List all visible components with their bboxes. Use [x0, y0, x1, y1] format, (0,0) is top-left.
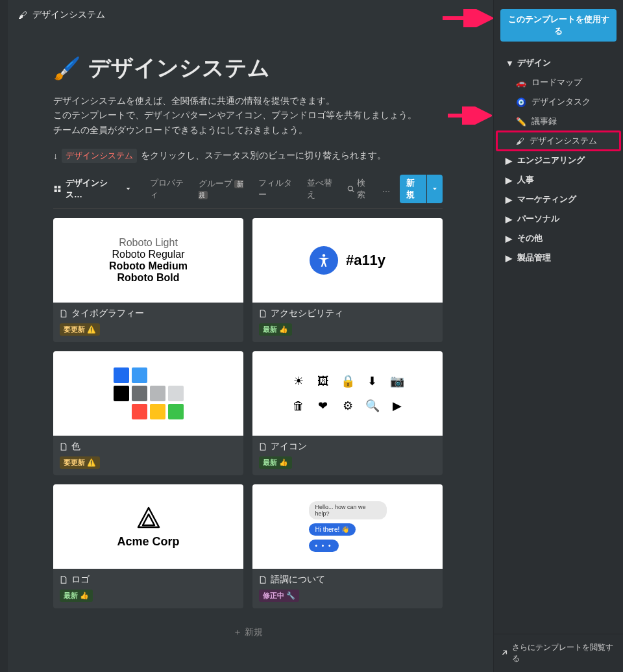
- tree-group[interactable]: ▶製品管理: [496, 248, 620, 268]
- tree-item[interactable]: ✏️議事録: [496, 112, 620, 131]
- status-tag: 修正中 🔧: [259, 590, 299, 602]
- main-panel: 🖌 デザインシステム 🖌️ デザインシステム デザインシステムを使えば、全関係者…: [8, 0, 488, 672]
- caret-right-icon: ▶: [506, 175, 512, 185]
- card-title: タイポグラフィー: [60, 308, 237, 319]
- sort-button[interactable]: 並べ替え: [307, 177, 339, 201]
- status-tag: 最新 👍: [259, 323, 292, 336]
- filter-button[interactable]: フィルター: [258, 177, 298, 201]
- tree-group[interactable]: ▶その他: [496, 229, 620, 248]
- page-title-icon: 🖌️: [53, 55, 80, 81]
- caret-right-icon: ▶: [506, 253, 512, 263]
- use-template-button[interactable]: このテンプレートを使用する: [500, 9, 617, 42]
- page-icon: [60, 310, 67, 317]
- card-preview: ☀🖼🔒⬇📷🗑❤⚙🔍▶: [252, 351, 443, 436]
- card-title: ロゴ: [60, 574, 237, 586]
- gallery-card[interactable]: Hello... how can we help?Hi there! 👋• • …: [252, 484, 443, 608]
- caret-down-icon: ▼: [506, 58, 512, 68]
- gallery-card[interactable]: ☀🖼🔒⬇📷🗑❤⚙🔍▶アイコン最新 👍: [252, 351, 443, 475]
- card-preview: Acme Corp: [53, 484, 243, 569]
- hint-suffix: をクリックし、ステータス別のビューに切り替えられます。: [141, 150, 386, 162]
- card-preview: [53, 351, 243, 436]
- board-view-icon: [53, 184, 62, 193]
- desc-line-2: このテンプレートで、デザインパターンやアイコン、ブランドロゴ等を共有しましょう。: [53, 108, 443, 122]
- tree-group[interactable]: ▶マーケティング: [496, 190, 620, 209]
- page-icon: [60, 576, 67, 584]
- status-tag: 要更新 ⚠️: [60, 323, 100, 336]
- gallery-card[interactable]: #a11yアクセシビリティ最新 👍: [252, 218, 443, 342]
- page-icon: [259, 443, 267, 451]
- page-icon: [60, 443, 67, 451]
- page-body: 🖌️ デザインシステム デザインシステムを使えば、全関係者に共通の情報を提供でき…: [8, 27, 488, 660]
- caret-right-icon: ▶: [506, 156, 512, 166]
- svg-point-0: [348, 186, 353, 191]
- hint-line: ↓ デザインシステム をクリックし、ステータス別のビューに切り替えられます。: [53, 149, 443, 163]
- template-tree: ▼デザイン🚗ロードマップ🧿デザインタスク✏️議事録🖌デザインシステム▶エンジニア…: [494, 53, 623, 634]
- tree-group[interactable]: ▶エンジニアリング: [496, 151, 620, 170]
- left-edge-strip: [0, 0, 8, 672]
- breadcrumb-title: デザインシステム: [32, 9, 105, 21]
- sidebar: このテンプレートを使用する ▼デザイン🚗ロードマップ🧿デザインタスク✏️議事録🖌…: [493, 0, 623, 672]
- group-button[interactable]: グループ 新規: [199, 178, 249, 200]
- card-preview: Roboto LightRoboto RegularRoboto MediumR…: [53, 218, 243, 303]
- page-title-text: デザインシステム: [88, 53, 270, 83]
- status-tag: 要更新 ⚠️: [60, 456, 100, 469]
- page-title: 🖌️ デザインシステム: [53, 53, 443, 83]
- property-button[interactable]: プロパティ: [150, 177, 189, 201]
- card-title: アクセシビリティ: [259, 308, 436, 319]
- gallery-grid: Roboto LightRoboto RegularRoboto MediumR…: [53, 218, 443, 647]
- caret-right-icon: ▶: [506, 195, 512, 205]
- svg-line-1: [352, 190, 354, 192]
- external-link-icon: [500, 649, 508, 657]
- desc-line-3: チームの全員がダウンロードできるようにしておきましょう。: [53, 123, 443, 137]
- page-icon: [259, 576, 267, 584]
- gallery-card[interactable]: Roboto LightRoboto RegularRoboto MediumR…: [53, 218, 243, 342]
- hint-link[interactable]: デザインシステム: [62, 149, 137, 163]
- page-icon: [259, 310, 267, 317]
- tree-item-icon: 🧿: [516, 97, 526, 107]
- more-button[interactable]: …: [382, 184, 391, 194]
- caret-right-icon: ▶: [506, 214, 512, 224]
- new-card-button[interactable]: ＋ 新規: [53, 617, 443, 647]
- chevron-down-icon: [125, 185, 132, 193]
- breadcrumb[interactable]: 🖌 デザインシステム: [8, 0, 488, 27]
- hint-arrow-icon: ↓: [53, 151, 58, 161]
- view-label: デザインシス…: [66, 177, 121, 201]
- card-title: 語調について: [259, 574, 436, 586]
- tree-item[interactable]: 🖌デザインシステム: [496, 131, 620, 151]
- page-description: デザインシステムを使えば、全関係者に共通の情報を提供できます。 このテンプレート…: [53, 93, 443, 137]
- status-tag: 最新 👍: [259, 456, 292, 469]
- tree-group[interactable]: ▶人事: [496, 170, 620, 190]
- tree-item-icon: ✏️: [516, 117, 526, 127]
- database-toolbar: デザインシス… プロパティ グループ 新規 フィルター 並べ替え 検索 … 新規: [53, 175, 443, 209]
- view-switcher[interactable]: デザインシス…: [53, 177, 132, 201]
- new-button-chevron[interactable]: [427, 175, 443, 203]
- new-button[interactable]: 新規: [400, 175, 426, 203]
- status-tag: 最新 👍: [60, 590, 93, 602]
- desc-line-1: デザインシステムを使えば、全関係者に共通の情報を提供できます。: [53, 93, 443, 108]
- tree-group[interactable]: ▶パーソナル: [496, 209, 620, 229]
- card-preview: Hello... how can we help?Hi there! 👋• • …: [252, 484, 443, 569]
- svg-point-2: [323, 254, 325, 256]
- tree-item[interactable]: 🧿デザインタスク: [496, 92, 620, 112]
- tree-item-icon: 🚗: [516, 78, 526, 88]
- gallery-card[interactable]: 色要更新 ⚠️: [53, 351, 243, 475]
- gallery-card[interactable]: Acme Corpロゴ最新 👍: [53, 484, 243, 608]
- tree-item-icon: 🖌: [516, 136, 524, 146]
- caret-right-icon: ▶: [506, 234, 512, 243]
- card-title: アイコン: [259, 441, 436, 453]
- tree-group[interactable]: ▼デザイン: [496, 53, 620, 73]
- chevron-down-icon: [431, 185, 439, 193]
- browse-more-link[interactable]: さらにテンプレートを閲覧する: [494, 634, 623, 672]
- card-preview: #a11y: [252, 218, 443, 303]
- card-title: 色: [60, 441, 237, 453]
- breadcrumb-icon: 🖌: [18, 10, 27, 20]
- search-icon: [347, 185, 354, 193]
- search-button[interactable]: 検索: [347, 177, 373, 201]
- tree-item[interactable]: 🚗ロードマップ: [496, 73, 620, 92]
